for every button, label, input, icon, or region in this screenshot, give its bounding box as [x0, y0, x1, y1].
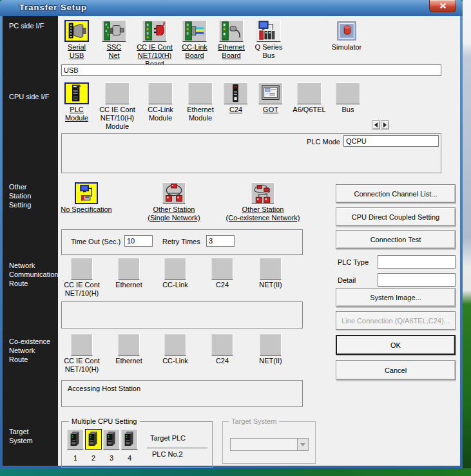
netroute-netii-label: NET(II) — [248, 281, 293, 289]
other-station-coexistence-network-icon[interactable] — [251, 182, 274, 204]
simulator-icon[interactable] — [334, 20, 359, 42]
chevron-down-icon — [300, 443, 305, 446]
got-icon[interactable] — [258, 82, 283, 104]
cpuif-c24-label[interactable]: C24 — [222, 106, 250, 114]
cpuif-a6q6tel: A6/Q6TEL — [289, 82, 330, 114]
netroute-ethernet-icon — [118, 258, 140, 280]
target-system-group-label: Target System — [229, 417, 279, 425]
plc-type-field[interactable] — [378, 255, 456, 269]
netroute-netii-icon — [260, 258, 282, 280]
pcif-simulator[interactable]: Simulator — [327, 20, 366, 52]
connection-channel-list-button[interactable]: Connection Channel List... — [336, 184, 456, 203]
ssc-net-icon[interactable] — [102, 20, 126, 42]
system-image-button[interactable]: System Image... — [336, 288, 456, 307]
coexroute-ccie-icon — [71, 334, 93, 356]
cpu-1-icon[interactable] — [67, 429, 84, 450]
scroll-left-icon — [374, 122, 378, 128]
coexroute-netii: NET(II) — [248, 334, 293, 365]
pcif-cclink-board-label[interactable]: CC-Link Board — [178, 43, 211, 60]
desktop-background: Transfer Setup PC side I/F CPU side I/F … — [0, 0, 471, 476]
window-title: Transfer Setup — [19, 3, 87, 12]
q-series-bus-icon[interactable] — [256, 20, 281, 42]
cpu-2-icon[interactable] — [85, 429, 102, 450]
cpu-2-number: 2 — [85, 454, 102, 462]
section-label-cpu-side: CPU side I/F — [9, 92, 49, 101]
timeout-label: Time Out (Sec.) — [71, 238, 120, 245]
netroute-cclink-label: CC-Link — [153, 281, 198, 289]
cpu-3-number: 3 — [103, 454, 120, 462]
coexroute-ethernet-label: Ethernet — [106, 357, 151, 365]
plc-module-icon[interactable] — [64, 82, 89, 104]
other-station-no-specification[interactable]: No Specification — [59, 182, 113, 214]
pcif-q-series-bus[interactable]: Q Series Bus — [251, 20, 286, 60]
cpuif-ccie-module-label: CC IE Cont NET/10(H) Module — [95, 106, 139, 131]
c24-icon[interactable] — [224, 82, 248, 104]
netroute-ccie-icon — [71, 258, 93, 280]
cpu-direct-coupled-setting-button[interactable]: CPU Direct Coupled Setting — [336, 207, 456, 226]
cc-link-board-icon[interactable] — [182, 20, 207, 42]
cpuif-plc-module-label[interactable]: PLC Module — [61, 106, 93, 122]
coexistence-route-result-box: Accessing Host Station — [61, 380, 303, 407]
pcif-ssc-net-label[interactable]: SSC Net — [98, 43, 130, 60]
no-specification-label[interactable]: No Specification — [59, 205, 113, 214]
cpu-4-number: 4 — [121, 454, 138, 462]
netroute-c24-icon — [211, 258, 233, 280]
cpuif-ethernet-module-label: Ethernet Module — [182, 106, 219, 122]
connection-test-button[interactable]: Connection Test — [336, 230, 456, 249]
pcif-simulator-label[interactable]: Simulator — [327, 43, 366, 52]
section-label-coexistence-route: Co-existence Network Route — [9, 337, 50, 364]
cpuif-bus-label: Bus — [334, 106, 362, 114]
serial-usb-icon[interactable] — [64, 20, 89, 42]
other-station-coexistence-network[interactable]: Other Station (Co-existence Network) — [218, 182, 308, 222]
scroll-left-button[interactable] — [372, 120, 380, 129]
other-station-single-network[interactable]: Other Station (Single Network) — [139, 182, 209, 222]
cc-ie-cont-module-icon — [105, 82, 130, 104]
other-station-coexistence-network-label[interactable]: Other Station (Co-existence Network) — [218, 205, 308, 222]
transfer-setup-window: Transfer Setup PC side I/F CPU side I/F … — [0, 0, 463, 468]
network-route-result-text — [62, 302, 302, 310]
detail-field[interactable] — [378, 273, 456, 287]
cpuif-got-label[interactable]: GOT — [256, 106, 285, 114]
pcif-ssc-net[interactable]: SSC Net — [98, 20, 130, 60]
pc-interface-value-field[interactable] — [61, 64, 441, 76]
netroute-netii: NET(II) — [248, 258, 293, 289]
ok-button[interactable]: OK — [336, 335, 456, 355]
cpu-4-icon[interactable] — [121, 429, 138, 450]
no-specification-icon[interactable] — [75, 182, 98, 204]
plc-mode-label: PLC Mode — [277, 138, 340, 146]
titlebar[interactable]: Transfer Setup — [0, 0, 463, 16]
a6q6tel-icon — [297, 82, 322, 104]
coexroute-cclink: CC-Link — [153, 334, 198, 365]
coexroute-c24: C24 — [200, 334, 245, 365]
scroll-right-button[interactable] — [381, 120, 389, 129]
plc-mode-field[interactable] — [343, 135, 439, 147]
coexroute-cclink-icon — [164, 334, 186, 356]
close-button[interactable] — [429, 0, 456, 12]
cpuif-plc-module[interactable]: PLC Module — [61, 82, 93, 122]
cancel-button[interactable]: Cancel — [336, 360, 456, 380]
cpu-3-icon[interactable] — [103, 429, 120, 450]
section-label-pc-side: PC side I/F — [9, 21, 44, 30]
cpuif-got[interactable]: GOT — [256, 82, 285, 114]
plc-type-label: PLC Type — [338, 258, 369, 266]
timeout-field[interactable] — [124, 235, 153, 247]
pcif-cclink-board[interactable]: CC-Link Board — [178, 20, 211, 60]
retry-times-field[interactable] — [206, 235, 235, 247]
pcif-serial-usb-label[interactable]: Serial USB — [59, 43, 94, 60]
cpuif-c24[interactable]: C24 — [222, 82, 250, 114]
target-system-combo-value — [231, 439, 297, 450]
pcif-serial-usb[interactable]: Serial USB — [59, 20, 94, 60]
retry-times-label: Retry Times — [162, 238, 200, 245]
section-label-other-station: Other Station Setting — [9, 182, 31, 209]
ethernet-board-icon[interactable] — [219, 20, 244, 42]
cc-ie-cont-board-icon[interactable] — [142, 20, 167, 42]
other-station-single-network-label[interactable]: Other Station (Single Network) — [139, 205, 209, 222]
other-station-single-network-icon[interactable] — [162, 182, 186, 204]
line-connection-button: Line Connection (Q/A6TEL,C24)... — [336, 311, 456, 330]
pcif-ethernet-board[interactable]: Ethernet Board — [213, 20, 250, 60]
pcif-q-series-bus-label[interactable]: Q Series Bus — [251, 43, 286, 60]
pcif-ethernet-board-label[interactable]: Ethernet Board — [213, 43, 250, 60]
pcif-ccie-board[interactable]: CC IE Cont NET/10(H) Board — [133, 20, 177, 68]
coexroute-c24-label: C24 — [200, 357, 245, 365]
netroute-c24: C24 — [200, 258, 245, 289]
